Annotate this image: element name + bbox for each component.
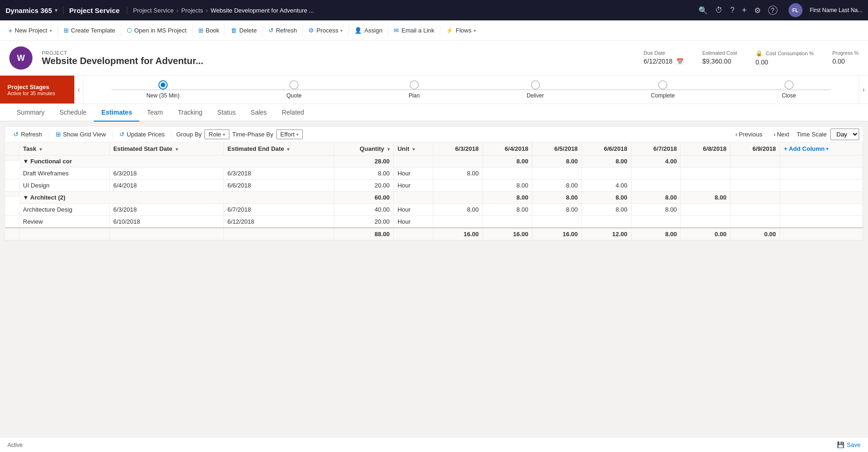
tab-summary[interactable]: Summary <box>9 104 52 122</box>
th-task[interactable]: Task ▾ <box>19 142 109 155</box>
row-quantity: 20.00 <box>334 180 393 192</box>
cmd-separator-6 <box>302 25 303 36</box>
create-template-label: Create Template <box>71 27 115 34</box>
row-checkbox[interactable] <box>5 216 19 228</box>
breadcrumb-item-1[interactable]: Project Service <box>133 7 173 14</box>
assign-button[interactable]: 👤 Assign <box>350 20 387 41</box>
estimates-table: Task ▾ Estimated Start Date ▾ Estimated … <box>5 142 863 240</box>
total-start <box>109 228 223 240</box>
tab-related[interactable]: Related <box>274 104 312 122</box>
user-avatar[interactable]: FL <box>789 3 803 17</box>
tab-status[interactable]: Status <box>210 104 243 122</box>
tab-estimates[interactable]: Estimates <box>94 104 139 122</box>
group-col_6_9 <box>731 155 780 168</box>
help-icon[interactable]: ? <box>730 6 734 14</box>
due-date-value: 6/12/2018 📅 <box>644 58 684 65</box>
next-button[interactable]: › Next <box>770 129 793 140</box>
add-column-icon: + <box>784 145 788 152</box>
row-add <box>780 180 862 192</box>
brand-dynamics365[interactable]: Dynamics 365 ▾ <box>6 6 64 14</box>
row-col_6_4: 8.00 <box>483 204 532 216</box>
breadcrumb-item-2[interactable]: Projects <box>181 7 203 14</box>
stage-item-close[interactable]: Close <box>782 80 796 99</box>
time-phase-select[interactable]: Effort ▾ <box>276 129 303 139</box>
brand-arrow-icon: ▾ <box>55 7 58 13</box>
th-estimated-end-date[interactable]: Estimated End Date ▾ <box>223 142 334 155</box>
stage-next-button[interactable]: › <box>859 76 868 103</box>
th-unit[interactable]: Unit ▾ <box>393 142 433 155</box>
row-start-date: 6/4/2018 <box>109 180 223 192</box>
row-unit: Hour <box>393 168 433 180</box>
group-col_6_3 <box>433 192 483 204</box>
row-col_6_4 <box>483 216 532 228</box>
new-project-arrow-icon: ▾ <box>50 28 52 33</box>
group-row[interactable]: ▼ Architect (2) 60.00 8.008.008.008.008.… <box>5 192 863 204</box>
row-checkbox[interactable] <box>5 180 19 192</box>
table-header-row: Task ▾ Estimated Start Date ▾ Estimated … <box>5 142 863 155</box>
table-row[interactable]: Review 6/10/2018 6/12/2018 20.00 Hour <box>5 216 863 228</box>
row-add <box>780 216 862 228</box>
th-add-column[interactable]: + Add Column ▾ <box>780 142 862 155</box>
process-button[interactable]: ⚙ Process ▾ <box>304 20 347 41</box>
flows-button[interactable]: ⚡ Flows ▾ <box>441 20 481 41</box>
total-unit <box>393 228 433 240</box>
stage-prev-button[interactable]: ‹ <box>74 76 84 103</box>
table-row[interactable]: Draft Wireframes 6/3/2018 6/3/2018 8.00 … <box>5 168 863 180</box>
estimated-cost-value: $9,360.00 <box>702 58 737 65</box>
group-by-select[interactable]: Role ▾ <box>204 129 229 139</box>
search-icon[interactable]: 🔍 <box>698 6 708 15</box>
brand-label: Dynamics 365 <box>6 6 52 14</box>
stage-item-deliver[interactable]: Deliver <box>527 80 544 99</box>
new-project-button[interactable]: + New Project ▾ <box>4 20 57 41</box>
refresh-button[interactable]: ↺ Refresh <box>264 20 302 41</box>
stage-name-plan: Plan <box>409 92 420 99</box>
update-prices-icon: ↺ <box>119 131 124 138</box>
process-arrow-icon: ▾ <box>340 28 343 33</box>
table-row[interactable]: Architecture Desig 6/3/2018 6/7/2018 40.… <box>5 204 863 216</box>
settings-recent-icon[interactable]: ⏱ <box>715 6 723 14</box>
create-template-button[interactable]: ⊞ Create Template <box>59 20 120 41</box>
th-quantity[interactable]: Quantity ▾ <box>334 142 393 155</box>
breadcrumb-sep-2: › <box>206 7 208 14</box>
due-date-field: Due Date 6/12/2018 📅 <box>644 50 684 65</box>
tab-sales[interactable]: Sales <box>243 104 274 122</box>
gear-icon[interactable]: ⚙ <box>754 6 761 15</box>
plus-icon[interactable]: + <box>742 6 747 15</box>
group-collapse[interactable] <box>5 192 19 197</box>
time-scale-select[interactable]: Day <box>830 129 859 140</box>
time-phase-value: Effort <box>281 131 295 138</box>
stage-item-new[interactable]: New (35 Min) <box>146 80 179 99</box>
stage-item-quote[interactable]: Quote <box>287 80 302 99</box>
group-col_6_6: 8.00 <box>582 192 632 204</box>
row-col_6_5 <box>532 216 582 228</box>
estimates-grid: Task ▾ Estimated Start Date ▾ Estimated … <box>5 142 863 241</box>
group-collapse[interactable] <box>5 155 19 161</box>
book-button[interactable]: ⊞ Book <box>194 20 224 41</box>
tab-schedule[interactable]: Schedule <box>52 104 94 122</box>
calendar-icon[interactable]: 📅 <box>676 58 684 65</box>
update-prices-button[interactable]: ↺ Update Prices <box>115 129 170 140</box>
cmd-separator-3 <box>192 25 193 36</box>
tab-tracking[interactable]: Tracking <box>170 104 210 122</box>
row-checkbox[interactable] <box>5 204 19 216</box>
row-checkbox[interactable] <box>5 168 19 180</box>
estimates-refresh-button[interactable]: ↺ Refresh <box>9 129 47 140</box>
delete-button[interactable]: 🗑 Delete <box>226 20 261 41</box>
show-grid-view-button[interactable]: ⊞ Show Grid View <box>51 129 111 140</box>
user-name[interactable]: First Name Last Na... <box>810 7 862 13</box>
table-row[interactable]: UI Design 6/4/2018 6/6/2018 20.00 Hour 8… <box>5 180 863 192</box>
th-estimated-start-date[interactable]: Estimated Start Date ▾ <box>109 142 223 155</box>
cost-consumption-value: 0.00 <box>756 58 814 66</box>
stage-item-plan[interactable]: Plan <box>409 80 420 99</box>
question-icon[interactable]: ? <box>768 6 777 15</box>
row-col_6_7 <box>631 180 681 192</box>
flows-arrow-icon: ▾ <box>474 28 476 33</box>
email-link-button[interactable]: ✉ Email a Link <box>389 20 439 41</box>
next-icon: › <box>773 131 775 138</box>
project-info: PROJECT Website Development for Adventur… <box>42 50 634 66</box>
tab-team[interactable]: Team <box>139 104 170 122</box>
open-ms-project-button[interactable]: ⬡ Open in MS Project <box>122 20 191 41</box>
stage-item-complete[interactable]: Complete <box>651 80 675 99</box>
group-row[interactable]: ▼ Functional cor 28.00 8.008.008.004.00 <box>5 155 863 168</box>
previous-button[interactable]: ‹ Previous <box>731 129 766 140</box>
